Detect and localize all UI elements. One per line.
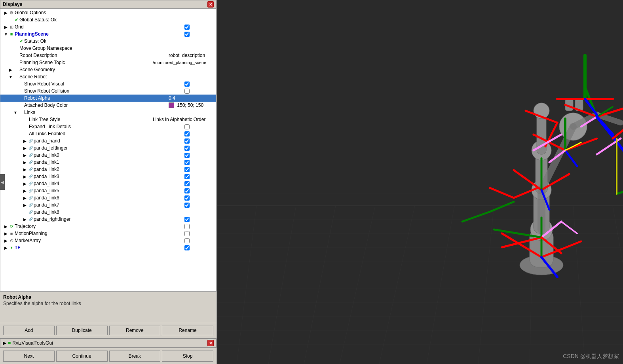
checkbox-cell-all-links[interactable]: [184, 131, 216, 136]
icon-status: ✔: [18, 39, 24, 44]
checkbox-all-links[interactable]: [184, 131, 190, 136]
tree-item-planning-scene-topic[interactable]: Planning Scene Topic /monitored_planning…: [0, 59, 216, 66]
close-button[interactable]: ✕: [207, 1, 214, 8]
tree-item-panda-link8[interactable]: 🔗 panda_link8: [0, 209, 216, 216]
checkbox-cell-planning-scene[interactable]: [184, 32, 216, 37]
checkbox-cell-panda-link1[interactable]: [184, 160, 216, 165]
checkbox-cell-panda-leftfinger[interactable]: [184, 146, 216, 151]
checkbox-motion-planning[interactable]: [184, 231, 190, 236]
label-trajectory: Trajectory: [15, 224, 184, 229]
icon-planning-scene: ■: [8, 32, 15, 36]
tree-item-global-options[interactable]: ▶ ⚙ Global Options: [0, 9, 216, 16]
tree-item-panda-hand[interactable]: ▶ 🔗 panda_hand: [0, 137, 216, 144]
tree-item-show-robot-collision[interactable]: Show Robot Collision: [0, 87, 216, 95]
checkbox-panda-link7[interactable]: [184, 203, 190, 208]
tree-item-robot-alpha[interactable]: Robot Alpha 0.4: [0, 95, 216, 102]
close-rviz-button[interactable]: ✕: [207, 340, 214, 346]
checkbox-panda-link4[interactable]: [184, 181, 190, 186]
tree-item-panda-link2[interactable]: ▶ 🔗 panda_link2: [0, 166, 216, 173]
tree-item-links[interactable]: ▼ Links: [0, 109, 216, 116]
checkbox-planning-scene[interactable]: [184, 32, 190, 37]
checkbox-cell-motion-planning[interactable]: [184, 231, 216, 236]
tree-item-panda-link1[interactable]: ▶ 🔗 panda_link1: [0, 159, 216, 166]
checkbox-panda-hand[interactable]: [184, 138, 190, 144]
tree-item-show-robot-visual[interactable]: Show Robot Visual: [0, 80, 216, 87]
checkbox-cell-panda-link2[interactable]: [184, 167, 216, 172]
remove-button[interactable]: Remove: [109, 326, 161, 335]
tree-item-panda-link7[interactable]: ▶ 🔗 panda_link7: [0, 201, 216, 209]
checkbox-grid[interactable]: [184, 25, 190, 30]
checkbox-cell-panda-link3[interactable]: [184, 174, 216, 179]
text-attached-color: 150; 50; 150: [177, 102, 203, 108]
checkbox-panda-rightfinger[interactable]: [184, 217, 190, 222]
icon-panda-link7: 🔗: [27, 203, 34, 207]
checkbox-cell-expand-link[interactable]: [184, 124, 216, 129]
tree-item-scene-robot[interactable]: ▼ Scene Robot: [0, 73, 216, 80]
color-swatch-attached: [169, 102, 174, 108]
tree-item-panda-link5[interactable]: ▶ 🔗 panda_link5: [0, 187, 216, 194]
arrow-motion-planning: ▶: [4, 231, 8, 236]
checkbox-cell-marker-array[interactable]: [184, 238, 216, 243]
checkbox-cell-panda-link7[interactable]: [184, 203, 216, 208]
tree-item-tf[interactable]: ▶ ✦ TF: [0, 244, 216, 251]
add-button[interactable]: Add: [3, 326, 55, 335]
checkbox-cell-panda-link0[interactable]: [184, 153, 216, 158]
collapse-handle[interactable]: ◀: [0, 174, 5, 190]
checkbox-expand-link[interactable]: [184, 124, 190, 129]
stop-button[interactable]: Stop: [162, 351, 213, 362]
tree-item-grid[interactable]: ▶ ⊞ Grid: [0, 23, 216, 30]
tree-item-status-ok[interactable]: ✔ Status: Ok: [0, 38, 216, 45]
tree-item-robot-description[interactable]: Robot Description robot_description: [0, 52, 216, 59]
checkbox-marker-array[interactable]: [184, 238, 190, 243]
tree-item-marker-array[interactable]: ▶ ⊙ MarkerArray: [0, 237, 216, 244]
checkbox-trajectory[interactable]: [184, 224, 190, 229]
tree-panel[interactable]: ▶ ⚙ Global Options ✔ Global Status: Ok ▶…: [0, 9, 217, 292]
checkbox-cell-show-visual[interactable]: [184, 82, 216, 87]
duplicate-button[interactable]: Duplicate: [56, 326, 108, 335]
icon-global-status: ✔: [13, 17, 19, 23]
checkbox-show-collision[interactable]: [184, 89, 190, 94]
tree-item-link-tree-style[interactable]: Link Tree Style Links in Alphabetic Orde…: [0, 116, 216, 123]
tree-item-panda-link4[interactable]: ▶ 🔗 panda_link4: [0, 180, 216, 187]
checkbox-panda-link6[interactable]: [184, 195, 190, 201]
tree-item-panda-rightfinger[interactable]: ▶ 🔗 panda_rightfinger: [0, 216, 216, 223]
checkbox-panda-link3[interactable]: [184, 174, 190, 179]
tree-item-all-links[interactable]: All Links Enabled: [0, 130, 216, 137]
tree-item-panda-link0[interactable]: ▶ 🔗 panda_link0: [0, 152, 216, 159]
tree-item-panda-link6[interactable]: ▶ 🔗 panda_link6: [0, 194, 216, 201]
checkbox-cell-panda-hand[interactable]: [184, 138, 216, 144]
tree-item-scene-geometry[interactable]: ▶ Scene Geometry: [0, 66, 216, 73]
checkbox-panda-leftfinger[interactable]: [184, 146, 190, 151]
tree-item-move-group[interactable]: Move Group Namespace: [0, 45, 216, 52]
checkbox-cell-show-collision[interactable]: [184, 89, 216, 94]
checkbox-panda-link5[interactable]: [184, 188, 190, 193]
checkbox-cell-tf[interactable]: [184, 245, 216, 250]
tree-item-panda-leftfinger[interactable]: ▶ 🔗 panda_leftfinger: [0, 144, 216, 152]
next-button[interactable]: Next: [3, 351, 55, 362]
tree-item-expand-link[interactable]: Expand Link Details: [0, 123, 216, 130]
checkbox-show-visual[interactable]: [184, 82, 190, 87]
checkbox-panda-link1[interactable]: [184, 160, 190, 165]
checkbox-cell-grid[interactable]: [184, 25, 216, 30]
arrow-scene-geometry: ▶: [8, 68, 13, 72]
checkbox-cell-panda-link4[interactable]: [184, 181, 216, 186]
tree-item-panda-link3[interactable]: ▶ 🔗 panda_link3: [0, 173, 216, 180]
rename-button[interactable]: Rename: [162, 326, 213, 335]
rviz-panel-header[interactable]: ▶ ■ RvizVisualToolsGui ✕: [0, 339, 216, 347]
checkbox-panda-link0[interactable]: [184, 153, 190, 158]
checkbox-cell-trajectory[interactable]: [184, 224, 216, 229]
checkbox-cell-panda-link6[interactable]: [184, 195, 216, 201]
break-button[interactable]: Break: [109, 351, 161, 362]
info-title: Robot Alpha: [3, 294, 213, 300]
tree-item-motion-planning[interactable]: ▶ ■ MotionPlanning: [0, 230, 216, 237]
tree-item-trajectory[interactable]: ▶ ⟳ Trajectory: [0, 223, 216, 230]
tree-item-global-status[interactable]: ✔ Global Status: Ok: [0, 16, 216, 23]
checkbox-panda-link2[interactable]: [184, 167, 190, 172]
tree-item-planning-scene[interactable]: ▼ ■ PlanningScene: [0, 30, 216, 38]
checkbox-cell-panda-link5[interactable]: [184, 188, 216, 193]
checkbox-tf[interactable]: [184, 245, 190, 250]
3d-viewport[interactable]: CSDN @机器人梦想家: [217, 0, 623, 364]
checkbox-cell-panda-rightfinger[interactable]: [184, 217, 216, 222]
continue-button[interactable]: Continue: [56, 351, 108, 362]
tree-item-attached-body-color[interactable]: Attached Body Color 150; 50; 150: [0, 102, 216, 109]
